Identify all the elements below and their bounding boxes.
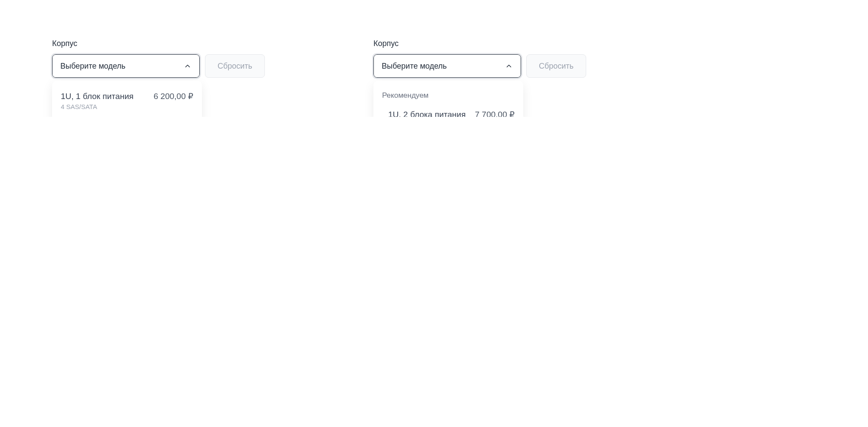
controls-row: Выберите модель Сбросить <box>52 54 265 78</box>
select-placeholder: Выберите модель <box>382 62 447 71</box>
option-sub: 4 SAS/SATA <box>61 103 193 110</box>
select-corpus[interactable]: Выберите модель <box>373 54 521 78</box>
dropdown-left: 1U, 1 блок питания 6 200,00 ₽ 4 SAS/SATA… <box>52 81 202 117</box>
section-recommended: Рекомендуем <box>373 87 523 105</box>
chevron-up-icon <box>184 62 191 70</box>
reset-button[interactable]: Сбросить <box>526 54 586 78</box>
list-item[interactable]: 1U, 2 блока питания 7 700,00 ₽ 4 SAS/SAT… <box>52 116 202 117</box>
option-price: 6 200,00 ₽ <box>154 91 193 101</box>
select-corpus[interactable]: Выберите модель <box>52 54 200 78</box>
reset-button[interactable]: Сбросить <box>205 54 265 78</box>
dropdown-right: Рекомендуем 1U, 2 блока питания 7 700,00… <box>373 81 523 117</box>
option-title: 1U, 2 блока питания <box>388 110 466 117</box>
panel-right: Корпус Выберите модель Сбросить Рекоменд… <box>373 39 586 78</box>
select-placeholder: Выберите модель <box>60 62 125 71</box>
controls-row: Выберите модель Сбросить <box>373 54 586 78</box>
option-title: 1U, 1 блок питания <box>61 92 134 101</box>
list-item[interactable]: 1U, 1 блок питания 6 200,00 ₽ 4 SAS/SATA <box>52 87 202 116</box>
field-label-corpus: Корпус <box>373 39 586 48</box>
panel-left: Корпус Выберите модель Сбросить 1U, 1 бл… <box>52 39 265 78</box>
chevron-up-icon <box>505 62 513 70</box>
field-label-corpus: Корпус <box>52 39 265 48</box>
option-price: 7 700,00 ₽ <box>475 109 515 117</box>
list-item-recommended[interactable]: 1U, 2 блока питания 7 700,00 ₽ 4 SAS/SAT… <box>373 105 523 117</box>
